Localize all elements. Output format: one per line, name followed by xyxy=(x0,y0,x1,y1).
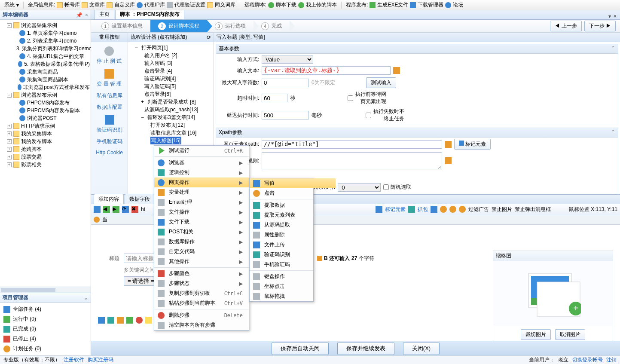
collapse-icon[interactable]: − xyxy=(141,113,144,121)
tree-folder-collect[interactable]: 浏览器采集示例 xyxy=(21,21,57,29)
submenu-upload[interactable]: 文件上传 xyxy=(250,240,336,250)
flow-step[interactable]: 点击登录 [4] xyxy=(144,67,172,75)
submenu-keyboard[interactable]: 键盘操作 xyxy=(250,272,336,281)
tree-item[interactable]: 3. 采集分页列表和详情学习demo xyxy=(16,45,91,52)
toolbar-icon[interactable] xyxy=(126,317,133,324)
cookie-icon[interactable] xyxy=(449,206,456,213)
menu-file[interactable]: 文件操作▶ xyxy=(154,207,249,217)
input-xpath[interactable] xyxy=(262,140,442,149)
menu-test-run[interactable]: 测试运行Ctrl+R xyxy=(154,146,249,156)
flow-step[interactable]: 写入验证码[5] xyxy=(144,83,176,90)
dropdown-icon[interactable]: ▾ xyxy=(608,13,611,19)
collapse-icon[interactable]: − xyxy=(135,44,138,52)
tab-add-content[interactable]: 添加内容 xyxy=(94,194,124,204)
tree-item[interactable]: 非浏览器post方式登录和发布 xyxy=(23,83,90,91)
private-info-button[interactable]: 私有信息库 xyxy=(97,92,122,99)
link-synonym[interactable]: 同义词库 xyxy=(215,1,235,9)
expand-icon[interactable] xyxy=(94,206,101,213)
stop-test-button[interactable]: 停 止 测 试 xyxy=(97,46,122,65)
toolbar-icon[interactable] xyxy=(145,317,152,324)
close-button[interactable]: 关闭(X) xyxy=(403,342,440,355)
expand-icon[interactable]: + xyxy=(7,155,12,159)
edit-icon[interactable] xyxy=(445,157,452,164)
back-icon[interactable]: ◀ xyxy=(103,206,110,213)
tab-data-fields[interactable]: 数据字段 xyxy=(125,194,155,204)
proj-done[interactable]: 已完成 (0) xyxy=(13,325,36,333)
dropdown-arrow-icon[interactable]: ▾ xyxy=(16,2,19,8)
cookie-icon[interactable] xyxy=(459,206,466,213)
page-tab-label[interactable]: 当 xyxy=(102,216,107,223)
stop-icon[interactable]: ✖ xyxy=(131,206,138,213)
link-uploaded[interactable]: 我上传的脚本 xyxy=(306,1,337,9)
menu-browser[interactable]: 浏览器▶ xyxy=(154,158,249,168)
phone-code-button[interactable]: 手机验证码 xyxy=(97,138,122,145)
flow-step[interactable]: 循环发布3篇文章[14] xyxy=(147,113,195,121)
link-custom[interactable]: 自定义库 xyxy=(114,1,135,9)
toolbar-icon[interactable] xyxy=(98,317,105,324)
tree-item[interactable]: PHPCMS内容发布 xyxy=(27,99,70,107)
script-tree[interactable]: −浏览器采集示例 1. 单页采集学习demo 2. 列表采集学习demo 3. … xyxy=(0,20,91,287)
tree-item[interactable]: 5. 表格数据采集(采集代理IP) xyxy=(24,60,90,68)
pin-icon[interactable]: 📌 xyxy=(76,12,82,18)
capture-link[interactable]: 抓包 xyxy=(418,206,428,213)
buy-link[interactable]: 购买注册码 xyxy=(88,356,113,364)
var-manage-button[interactable]: 变 量 管 理 xyxy=(97,69,122,88)
wizard-step-4[interactable]: 4完成 xyxy=(253,20,290,32)
prev-step-button[interactable]: ◀ 上一步 xyxy=(550,21,581,31)
context-submenu-web[interactable]: 写值 点击 提取数据 提取元素列表 从源码提取 属性删除 文件上传 验证码识别 … xyxy=(249,178,314,302)
expand-icon[interactable]: + xyxy=(7,139,12,144)
tree-item[interactable]: 浏览器POST xyxy=(27,114,57,122)
input-delay[interactable] xyxy=(262,111,309,119)
crop-image-button[interactable]: 裁切图片 xyxy=(521,329,551,340)
textarea-backup-xpath[interactable] xyxy=(262,152,442,169)
checkbox-random-select[interactable]: 随机选取 xyxy=(383,184,422,191)
proj-scheduled[interactable]: 计划任务 (0) xyxy=(13,345,41,352)
menu-system[interactable]: 系统 xyxy=(4,1,15,9)
flow-step-selected[interactable]: 写入标题[15] xyxy=(150,137,181,144)
cookie-button[interactable]: Http Cookie xyxy=(96,150,123,156)
register-link[interactable]: 注册软件 xyxy=(64,356,84,364)
refresh-icon[interactable]: ⟳ xyxy=(122,206,129,213)
switch-account-link[interactable]: 切换登录帐号 xyxy=(572,356,603,364)
wizard-step-3[interactable]: 3运行选项 xyxy=(207,20,253,32)
menu-clear-all[interactable]: 清空脚本内所有步骤 xyxy=(154,320,249,330)
expand-icon[interactable]: + xyxy=(7,147,12,152)
proj-stopped[interactable]: 已停止 (4) xyxy=(13,335,36,343)
cancel-image-button[interactable]: 取消图片 xyxy=(555,329,585,340)
flow-step[interactable]: 打开网页[1] xyxy=(141,44,168,52)
save-continue-button[interactable]: 保存并继续发表 xyxy=(337,342,394,355)
collapse-section-icon[interactable]: ⌃ xyxy=(611,129,615,136)
submenu-captcha[interactable]: 验证码识别 xyxy=(250,250,336,260)
wizard-step-2[interactable]: 2设计脚本流程 xyxy=(150,20,207,32)
submenu-remove-attr[interactable]: 属性删除 xyxy=(250,230,336,240)
link-accounts[interactable]: 帐号库 xyxy=(64,1,80,9)
flow-step[interactable]: 读取信息库文章 [16] xyxy=(150,129,196,137)
mark-element-link[interactable]: 标记元素 xyxy=(385,206,406,213)
link-proxy[interactable]: 代理IP库 xyxy=(144,1,165,9)
link-exe[interactable]: 生成EXE文件 xyxy=(377,1,408,9)
expand-icon[interactable]: + xyxy=(7,162,12,167)
flow-step[interactable]: 点击登录[6] xyxy=(144,90,171,98)
proj-all[interactable]: 全部任务 (4) xyxy=(13,306,41,313)
input-max-chars[interactable] xyxy=(262,79,309,87)
proj-running[interactable]: 运行中 (0) xyxy=(13,315,36,323)
submenu-extract[interactable]: 提取数据 xyxy=(250,200,336,210)
submenu-phone[interactable]: 手机验证码 xyxy=(250,260,336,269)
collapse-icon[interactable]: − xyxy=(7,23,12,28)
db-config-button[interactable]: 数据库配置 xyxy=(97,104,122,111)
flow-step[interactable]: 从源码提取pc_hash[13] xyxy=(144,106,198,113)
tree-item[interactable]: PHPCMS内容发布副本 xyxy=(27,107,80,114)
submenu-extract-source[interactable]: 从源码提取 xyxy=(250,220,336,230)
flow-step[interactable]: 打开发布页[12] xyxy=(150,121,185,129)
toolbar-icon[interactable] xyxy=(117,317,124,324)
select-input-mode[interactable]: Value xyxy=(262,55,313,64)
tree-item[interactable]: 股票交易 xyxy=(21,153,42,161)
menu-web-ops[interactable]: 网页操作▶ xyxy=(154,177,249,187)
tree-folder-publish[interactable]: 浏览器发布示例 xyxy=(21,91,57,99)
input-timeout[interactable] xyxy=(262,94,287,102)
menu-email[interactable]: Email处理▶ xyxy=(154,197,249,207)
link-download[interactable]: 脚本下载 xyxy=(276,1,296,9)
tree-item[interactable]: 抢购脚本 xyxy=(21,145,42,153)
logout-link[interactable]: 注销 xyxy=(606,356,617,364)
menu-custom[interactable]: 自定义代码▶ xyxy=(154,247,249,257)
